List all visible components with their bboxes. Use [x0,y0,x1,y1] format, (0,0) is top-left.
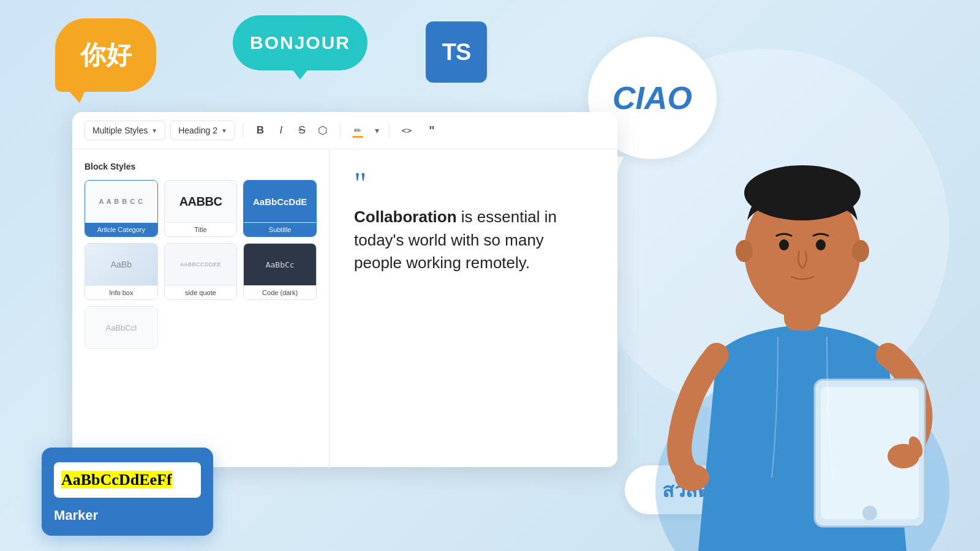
svg-point-4 [852,240,869,262]
bonjour-bubble: BONJOUR [233,15,368,70]
style-card-sidequote[interactable]: AABBCCDDEE side quote [164,243,238,300]
title-preview-text: AABBC [179,195,222,209]
svg-point-11 [675,464,709,491]
sidequote-label: side quote [165,285,237,299]
style-card-infobox[interactable]: AaBb Info box [85,243,158,300]
marker-sample-text: AaBbCcDdEeFf [61,471,172,489]
quote-text: Collaboration is essential in today's wo… [354,206,593,275]
editor-panel: Multiple Styles ▼ Heading 2 ▼ B I S ⬡ ✏ … [72,112,617,467]
person-illustration [625,49,980,551]
block-styles-title: Block Styles [85,162,317,171]
style-card-partial: AaBbCcl [85,306,158,349]
title-label: Title [165,222,237,236]
quote-icon: " [354,168,593,198]
multiple-styles-dropdown[interactable]: Multiple Styles ▼ [85,121,165,140]
formatting-buttons: B I S ⬡ [251,121,333,140]
multiple-styles-label: Multiple Styles [92,126,148,135]
heading-chevron: ▼ [221,127,227,134]
partial-preview: AaBbCcl [85,307,157,348]
toolbar-divider-3 [389,123,390,138]
toolbar-divider-1 [243,123,243,138]
block-styles-panel: Block Styles A A B B C C Article Categor… [72,149,330,470]
svg-point-7 [816,239,826,250]
infobox-preview: AaBb [85,244,157,285]
style-card-title[interactable]: AABBC Title [164,180,238,237]
italic-button[interactable]: I [271,121,291,140]
heading-dropdown[interactable]: Heading 2 ▼ [170,121,235,140]
style-card-article-category[interactable]: A A B B C C Article Category [85,180,158,237]
highlight-button[interactable]: ✏ [348,121,368,140]
quote-button[interactable]: " [421,121,441,140]
quote-bold: Collaboration [354,208,457,226]
multiple-styles-chevron: ▼ [151,127,157,134]
code-dark-preview-inner: AaBbCc [244,244,316,285]
infobox-preview-inner: AaBb [85,244,157,285]
strikethrough-button[interactable]: S [292,121,312,140]
bonjour-text: BONJOUR [250,32,350,53]
subtitle-preview-text: AaBbCcDdE [253,197,307,207]
highlight-chevron[interactable]: ▾ [372,123,382,138]
code-button[interactable]: <> [397,121,417,140]
marker-label: Marker [54,508,201,523]
svg-point-10 [862,506,877,520]
bold-button[interactable]: B [251,121,270,140]
subtitle-preview: AaBbCcDdE [244,181,316,222]
ts-text: TS [442,39,471,66]
sidequote-preview: AABBCCDDEE [165,244,237,285]
toolbar: Multiple Styles ▼ Heading 2 ▼ B I S ⬡ ✏ … [72,112,617,149]
subtitle-label: Subtitle [244,222,316,236]
style-card-code-dark[interactable]: AaBbCc Code (dark) [243,243,317,300]
editor-body: Block Styles A A B B C C Article Categor… [72,149,617,470]
svg-point-5 [736,240,753,262]
marker-preview: AaBbCcDdEeFf [54,462,201,498]
code-dark-preview: AaBbCc [244,244,316,285]
article-category-label: Article Category [85,222,157,236]
quote-area: " Collaboration is essential in today's … [330,149,617,470]
article-category-preview: A A B B C C [85,181,157,222]
style-card-subtitle[interactable]: AaBbCcDdE Subtitle [243,180,317,237]
link-button[interactable]: ⬡ [313,121,333,140]
heading-label: Heading 2 [178,126,217,135]
code-dark-label: Code (dark) [244,285,316,299]
ts-logo: TS [426,21,487,83]
article-category-preview-text: A A B B C C [99,198,143,205]
sidequote-preview-inner: AABBCCDDEE [165,244,237,285]
svg-point-6 [779,239,789,250]
nihao-bubble: 你好 [55,18,156,92]
toolbar-divider-2 [340,123,341,138]
title-preview: AABBC [165,181,237,222]
nihao-text: 你好 [80,38,132,72]
infobox-label: Info box [85,285,157,299]
marker-card[interactable]: AaBbCcDdEeFf Marker [42,448,213,536]
style-grid: A A B B C C Article Category AABBC Title… [85,180,317,349]
